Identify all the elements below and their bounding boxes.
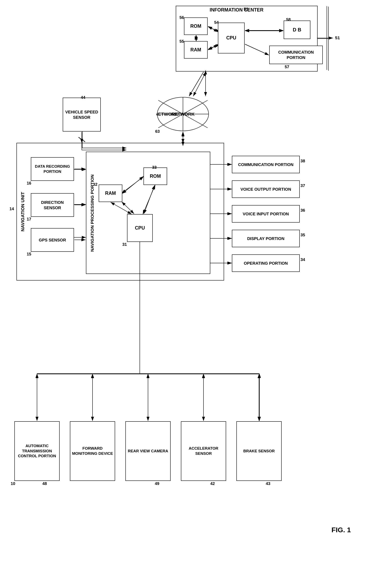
ram-nav-box: RAM	[99, 185, 122, 202]
lbl-17-nav: 17	[27, 217, 31, 221]
lbl-33: 33	[152, 165, 157, 170]
svg-line-44	[78, 137, 85, 142]
lbl-32: 32	[93, 182, 98, 187]
lbl-53: 53	[244, 7, 248, 12]
comm-portion-top-box: COMMUNICATION PORTION	[269, 46, 323, 64]
direction-sensor-box: DIRECTION SENSOR	[31, 193, 74, 217]
lbl-51: 51	[335, 35, 340, 40]
lbl-54: 54	[214, 20, 219, 25]
arrows-overlay	[0, 0, 392, 575]
nav-unit-label-container: NAVIGATION UNIT	[18, 144, 28, 280]
lbl-42: 42	[210, 481, 215, 486]
voice-output-box: VOICE OUTPUT PORTION	[232, 180, 300, 198]
ram-info-box: RAM	[184, 41, 208, 59]
rom-info-box: ROM	[184, 18, 208, 35]
lbl-43: 43	[266, 481, 270, 486]
voice-input-box: VOICE INPUT PORTION	[232, 205, 300, 223]
vehicle-speed-sensor-box: VEHICLE SPEED SENSOR	[63, 98, 101, 132]
nav-unit-label: NAVIGATION UNIT	[20, 192, 25, 231]
diagram: INFORMATION CENTER 53 51 ROM 56 RAM 55 C…	[0, 0, 392, 575]
rom-nav-box: ROM	[144, 168, 167, 185]
lbl-48a: 48	[42, 481, 47, 486]
lbl-10: 10	[11, 481, 15, 486]
nav-proc-label-container: NAVIGATION PROCESSING PORTION	[87, 152, 98, 274]
operating-box: OPERATING PORTION	[232, 254, 300, 272]
lbl-36: 36	[300, 208, 305, 213]
diagram-arrows	[0, 0, 392, 575]
display-box: DISPLAY PORTION	[232, 230, 300, 247]
fwd-monitor-box: FORWARD MONITORING DEVICE	[70, 421, 115, 481]
lbl-15: 15	[27, 252, 31, 257]
comm-portion-nav-box: COMMUNICATION PORTION	[232, 156, 300, 173]
lbl-49: 49	[155, 481, 159, 486]
lbl-35: 35	[300, 233, 305, 237]
lbl-16: 16	[27, 181, 31, 186]
lbl-56: 56	[179, 15, 184, 20]
lbl-57: 57	[285, 65, 289, 69]
lbl-31: 31	[122, 242, 127, 247]
lbl-14: 14	[9, 207, 14, 211]
lbl-44: 44	[81, 95, 85, 100]
rear-view-box: REAR VIEW CAMERA	[125, 421, 171, 481]
svg-line-45	[189, 72, 203, 96]
db-box: D B	[284, 21, 310, 39]
lbl-37: 37	[300, 183, 305, 188]
svg-line-46	[189, 72, 203, 96]
data-recording-box: DATA RECORDING PORTION	[31, 157, 74, 181]
gps-sensor-box: GPS SENSOR	[31, 228, 74, 252]
network-label: NETWORK	[156, 96, 210, 132]
info-center-title: INFORMATION CENTER	[210, 7, 264, 13]
accel-sensor-box: ACCELERATOR SENSOR	[181, 421, 226, 481]
lbl-34: 34	[300, 257, 305, 262]
auto-trans-box: AUTOMATIC TRANSMISSION CONTROL PORTION	[14, 421, 60, 481]
fig-label: FIG. 1	[332, 526, 351, 534]
lbl-55: 55	[179, 39, 184, 44]
svg-line-66	[193, 72, 206, 96]
lbl-58: 58	[286, 17, 291, 22]
lbl-63: 63	[155, 129, 160, 134]
cpu-nav-box: CPU	[127, 214, 153, 242]
brake-sensor-box: BRAKE SENSOR	[236, 421, 282, 481]
network-container: NETWORK NETWORK	[156, 96, 210, 133]
cpu-info-box: CPU	[218, 23, 245, 53]
lbl-38: 38	[300, 159, 305, 163]
